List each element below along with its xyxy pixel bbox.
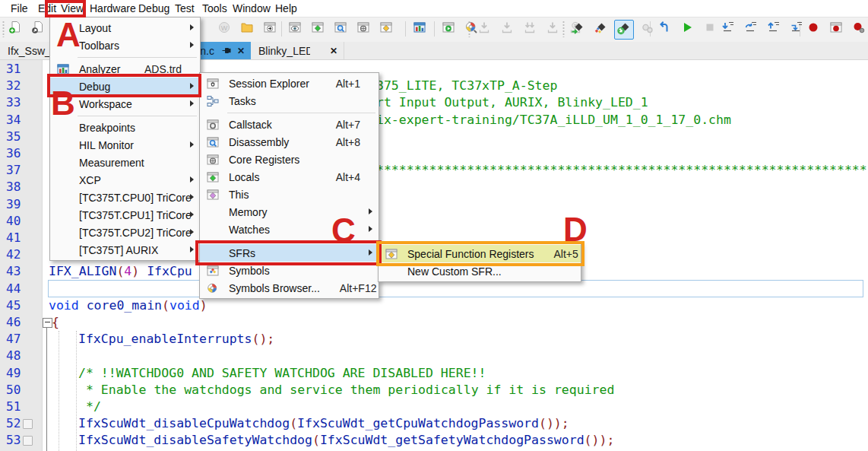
gutter-marker-line-53[interactable]: [23, 436, 33, 446]
line-number-42[interactable]: 42: [6, 246, 36, 263]
line-number-44[interactable]: 44: [6, 281, 36, 297]
line-number-31[interactable]: 31: [6, 61, 36, 78]
code-line-46[interactable]: {: [52, 314, 59, 331]
view-menu-item-measurement[interactable]: Measurement: [50, 154, 200, 171]
line-number-41[interactable]: 41: [6, 230, 36, 246]
view-menu-item-tc375t-aurix[interactable]: [TC375T] AURIX: [50, 241, 200, 259]
line-number-50[interactable]: 50: [6, 382, 36, 399]
debug-submenu-item-symbols[interactable]: Symbols: [200, 262, 379, 279]
code-line-43[interactable]: IFX_ALIGN(4) IfxCpu: [49, 263, 192, 280]
debug-submenu-item-this[interactable]: This: [200, 186, 379, 203]
run-until-button[interactable]: [787, 20, 806, 38]
verify-disabled-button[interactable]: [543, 20, 562, 38]
view-menu-item-debug[interactable]: Debug: [50, 78, 200, 95]
view-menu-item-analyzer[interactable]: AnalyzerADS.trd: [50, 60, 200, 78]
window-eye-button[interactable]: [286, 20, 304, 38]
menubar-item-file[interactable]: File: [6, 0, 33, 17]
window-target-button[interactable]: [354, 20, 372, 38]
menubar-item-hardware[interactable]: Hardware: [85, 0, 141, 17]
line-number-43[interactable]: 43: [6, 263, 36, 280]
line-number-40[interactable]: 40: [6, 213, 36, 230]
stop-disabled-button[interactable]: [701, 20, 719, 38]
menubar-item-help[interactable]: Help: [271, 0, 302, 17]
doc-open-button[interactable]: [29, 20, 47, 38]
pin-icon[interactable]: [221, 46, 232, 56]
view-menu-item-layout[interactable]: Layout: [50, 19, 200, 37]
bp-circle-button[interactable]: [804, 20, 822, 38]
step-out-button[interactable]: [765, 20, 783, 38]
line-number-34[interactable]: 34: [6, 112, 36, 129]
debug-submenu-item-disassembly[interactable]: DisassemblyAlt+8: [200, 133, 379, 151]
code-line-52[interactable]: IfxScuWdt_disableCpuWatchdog(IfxScuWdt_g…: [78, 415, 569, 432]
download-ram-disabled-button[interactable]: [498, 20, 516, 38]
debug-submenu-item-callstack[interactable]: CallstackAlt+7: [200, 116, 379, 133]
code-line-51[interactable]: */: [86, 399, 101, 415]
line-number-32[interactable]: 32: [6, 78, 36, 94]
code-line-33[interactable]: rt Input Output, AURIX, Blinky_LED_1: [376, 94, 648, 111]
code-line-45[interactable]: void core0_main(void): [49, 297, 207, 314]
code-line-47[interactable]: IfxCpu_enableInterrupts();: [78, 331, 274, 348]
run-diamond-sync-button[interactable]: [614, 20, 634, 40]
run-green-button[interactable]: [678, 20, 696, 38]
line-number-45[interactable]: 45: [6, 297, 36, 314]
run-diamond-arrow-button[interactable]: [569, 21, 587, 39]
doc-new-button[interactable]: [6, 20, 24, 38]
tab-close-icon[interactable]: ✕: [237, 46, 245, 56]
window-arrow-button[interactable]: [261, 20, 279, 38]
run-diamond-multi-button[interactable]: [591, 21, 610, 39]
tab-blinky-led-c[interactable]: Blinky_LED.c✕: [251, 42, 344, 59]
line-number-39[interactable]: 39: [6, 196, 36, 213]
wizard-disabled-button[interactable]: W: [215, 20, 233, 38]
code-line-34[interactable]: ix-expert-training/TC37A_iLLD_UM_1_0_1_1…: [376, 112, 731, 129]
folder-button[interactable]: [238, 20, 256, 38]
line-number-36[interactable]: 36: [6, 145, 36, 162]
download-disabled-button[interactable]: [475, 20, 493, 38]
menubar-item-view[interactable]: View: [56, 0, 88, 17]
debug-submenu-item-sfrs[interactable]: SFRs: [200, 244, 379, 262]
debug-submenu-item-symbols-browser[interactable]: Symbols Browser...Alt+F12: [200, 279, 379, 297]
sfrs-submenu-item-new-custom-sfr[interactable]: New Custom SFR...: [379, 262, 581, 280]
window-diamond-green-button[interactable]: [309, 20, 327, 38]
view-menu-item-workspace[interactable]: Workspace: [50, 95, 200, 113]
window-magnifier-button[interactable]: [331, 20, 350, 38]
tab-close-icon[interactable]: ✕: [330, 46, 337, 56]
sfrs-submenu-item-special-function-registers[interactable]: Special Function RegistersAlt+5: [379, 245, 581, 262]
analyzer-button[interactable]: [410, 20, 429, 38]
code-line-49[interactable]: /* !!WATCHDOG0 AND SAFETY WATCHDOG ARE D…: [78, 365, 486, 382]
gears-disabled-button[interactable]: [638, 21, 657, 39]
window-play-button[interactable]: [439, 20, 458, 38]
code-line-50[interactable]: * Enable the watchdogs and service them …: [86, 382, 614, 399]
line-number-38[interactable]: 38: [6, 179, 36, 195]
code-line-32[interactable]: 375_LITE, TC37xTP_A-Step: [376, 78, 557, 94]
debug-submenu-item-core-registers[interactable]: Core Registers: [200, 151, 379, 168]
menubar-item-test[interactable]: Test: [170, 0, 199, 17]
view-menu-item-hil-monitor[interactable]: HIL Monitor: [50, 136, 200, 154]
line-number-46[interactable]: 46: [6, 314, 36, 331]
view-menu-item-tc375t-cpu2-tricore[interactable]: [TC375T.CPU2] TriCore: [50, 224, 200, 241]
window-diamond-yellow-button[interactable]: [377, 20, 395, 38]
line-number-49[interactable]: 49: [6, 365, 36, 382]
view-menu-item-breakpoints[interactable]: Breakpoints: [50, 119, 200, 136]
view-menu-item-xcp[interactable]: XCP: [50, 171, 200, 189]
menubar-item-window[interactable]: Window: [228, 0, 275, 17]
line-number-35[interactable]: 35: [6, 129, 36, 145]
menubar-item-tools[interactable]: Tools: [198, 0, 232, 17]
debug-submenu-item-memory[interactable]: Memory: [200, 203, 379, 221]
debug-submenu-item-watches[interactable]: Watches: [200, 221, 379, 238]
reset-blue-button[interactable]: [655, 20, 673, 38]
download-all-disabled-button[interactable]: [521, 20, 539, 38]
debug-submenu-item-session-explorer[interactable]: Session ExplorerAlt+1: [200, 75, 379, 92]
code-line-53[interactable]: IfxScuWdt_disableSafetyWatchdog(IfxScuWd…: [78, 432, 614, 449]
editor-gutter[interactable]: 3132333435363738394041424344454647484950…: [0, 59, 43, 451]
line-number-47[interactable]: 47: [6, 331, 36, 348]
code-line-37[interactable]: ****************************************…: [376, 162, 867, 179]
step-into-button[interactable]: [719, 20, 737, 38]
menubar-item-debug[interactable]: Debug: [134, 0, 174, 17]
debug-submenu-item-locals[interactable]: LocalsAlt+4: [200, 168, 379, 186]
step-over-button[interactable]: [742, 20, 760, 38]
bp-gear-button[interactable]: [850, 20, 868, 38]
line-number-33[interactable]: 33: [6, 94, 36, 111]
debug-submenu-item-tasks[interactable]: Tasks: [200, 92, 379, 110]
gutter-marker-line-52[interactable]: [23, 419, 33, 429]
line-number-48[interactable]: 48: [6, 348, 36, 364]
